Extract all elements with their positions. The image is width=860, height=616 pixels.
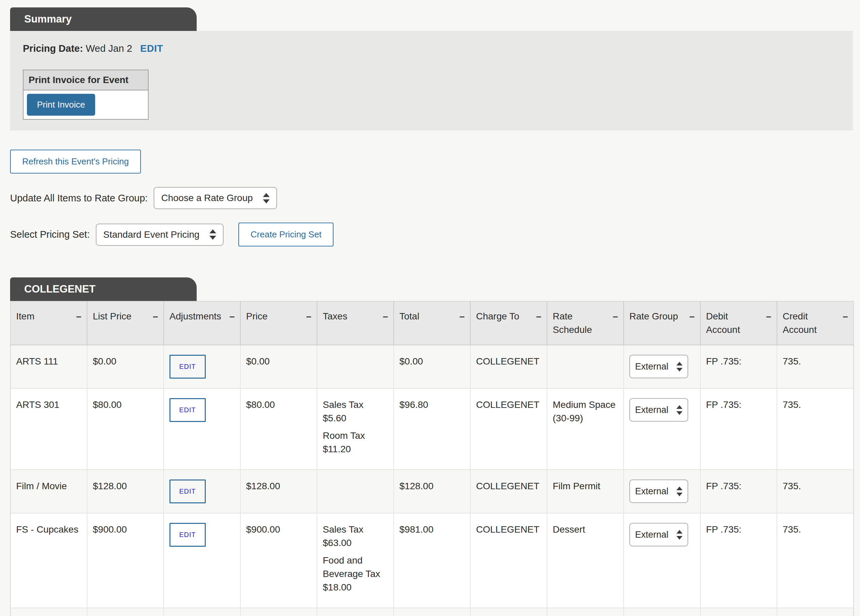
rate-group-row-select-value: External — [635, 528, 669, 541]
rate-schedule-cell: Medium Space (30-99) — [547, 388, 624, 470]
table-row: ARTS 301 $80.00 EDIT $80.00 Sales Tax $5… — [10, 388, 854, 470]
table-row: FS - Cupcakes $900.00 EDIT $900.00 Sales… — [10, 513, 854, 608]
taxes-cell: Sales Tax $63.00 Food and Beverage Tax $… — [317, 513, 394, 608]
credit-account-cell: 735. — [777, 345, 854, 388]
rate-group-cell: External — [624, 388, 700, 470]
item-cell: ARTS 111 — [10, 345, 87, 388]
rate-group-row-select[interactable]: External — [629, 398, 688, 422]
rate-group-select[interactable]: Choose a Rate Group — [154, 187, 277, 209]
pricing-date-label: Pricing Date: — [23, 43, 83, 54]
edit-adjustments-button[interactable]: EDIT — [169, 523, 206, 547]
pricing-table-header-row: Item– List Price– Adjustments– Price– Ta… — [10, 301, 854, 345]
pricing-set-label: Select Pricing Set: — [10, 229, 90, 240]
taxes-cell — [317, 345, 394, 388]
collapse-column-icon[interactable]: – — [843, 310, 848, 323]
credit-account-cell: 735. — [777, 513, 854, 608]
rate-group-cell: External — [624, 345, 700, 388]
rate-group-row-select-value: External — [635, 403, 669, 416]
collapse-column-icon[interactable]: – — [76, 310, 82, 323]
taxes-cell: Sales Tax $63.00 Food and Beverage Tax $… — [317, 608, 394, 616]
item-cell: FS - Soda — [10, 608, 87, 616]
total-cell: $128.00 — [394, 470, 470, 513]
pricing-controls: Refresh this Event's Pricing Update All … — [10, 149, 860, 247]
collapse-column-icon[interactable]: – — [383, 310, 388, 323]
collapse-column-icon[interactable]: – — [689, 310, 695, 323]
total-cell: $981.00 — [394, 608, 470, 616]
price-cell: $900.00 — [240, 608, 317, 616]
list-price-cell: $900.00 — [87, 513, 164, 608]
select-arrows-icon — [676, 487, 683, 496]
column-header-adjustments: Adjustments– — [164, 301, 240, 345]
pricing-set-row: Select Pricing Set: Standard Event Prici… — [10, 223, 860, 247]
tax-entry: Sales Tax $5.60 — [323, 398, 388, 425]
debit-account-cell: FP .735: — [700, 388, 777, 470]
tax-entry: Sales Tax $63.00 — [323, 523, 388, 550]
column-header-debit-account: Debit Account– — [700, 301, 777, 345]
pricing-page: Summary Pricing Date: Wed Jan 2 EDIT Pri… — [0, 0, 860, 616]
select-arrows-icon — [676, 405, 683, 415]
rate-group-select-value: Choose a Rate Group — [161, 193, 253, 203]
taxes-cell — [317, 470, 394, 513]
collapse-column-icon[interactable]: – — [766, 310, 771, 323]
rate-group-row-select-value: External — [635, 360, 669, 373]
adjustments-cell: EDIT — [164, 388, 240, 470]
print-invoice-box-header: Print Invoice for Event — [24, 70, 148, 90]
tax-entry: Room Tax $11.20 — [323, 429, 388, 456]
print-invoice-button[interactable]: Print Invoice — [27, 94, 95, 116]
collapse-column-icon[interactable]: – — [229, 310, 235, 323]
adjustments-cell: EDIT — [164, 345, 240, 388]
price-cell: $128.00 — [240, 470, 317, 513]
collapse-column-icon[interactable]: – — [536, 310, 541, 323]
collapse-column-icon[interactable]: – — [612, 310, 618, 323]
pricing-set-select[interactable]: Standard Event Pricing — [96, 223, 224, 246]
rate-group-row-select-value: External — [635, 484, 669, 498]
taxes-cell: Sales Tax $5.60 Room Tax $11.20 — [317, 388, 394, 470]
rate-schedule-cell: Beverages — [547, 608, 624, 616]
item-cell: Film / Movie — [10, 470, 87, 513]
column-header-rate-schedule: Rate Schedule– — [547, 301, 624, 345]
refresh-pricing-button[interactable]: Refresh this Event's Pricing — [10, 149, 141, 173]
credit-account-cell: 735. — [777, 388, 854, 470]
total-cell: $981.00 — [394, 513, 470, 608]
rate-group-row-select[interactable]: External — [629, 355, 688, 378]
debit-account-cell: FP .735: — [700, 345, 777, 388]
edit-adjustments-button[interactable]: EDIT — [169, 479, 206, 503]
pricing-date-edit-link[interactable]: EDIT — [140, 43, 163, 54]
column-header-item: Item– — [10, 301, 87, 345]
list-price-cell: $80.00 — [87, 388, 164, 470]
collapse-column-icon[interactable]: – — [459, 310, 465, 323]
edit-adjustments-button[interactable]: EDIT — [169, 355, 206, 379]
select-arrows-icon — [263, 193, 270, 203]
adjustments-cell: EDIT — [164, 513, 240, 608]
column-header-total: Total– — [394, 301, 470, 345]
column-header-rate-group: Rate Group– — [624, 301, 700, 345]
edit-adjustments-button[interactable]: EDIT — [169, 398, 206, 422]
rate-schedule-cell: Film Permit — [547, 470, 624, 513]
pricing-date-line: Pricing Date: Wed Jan 2 EDIT — [23, 43, 840, 54]
credit-account-cell: 735. — [777, 470, 854, 513]
column-header-taxes: Taxes– — [317, 301, 394, 345]
table-row: FS - Soda $900.00 EDIT $900.00 Sales Tax… — [10, 608, 854, 616]
collapse-column-icon[interactable]: – — [153, 310, 158, 323]
select-arrows-icon — [676, 530, 683, 540]
price-cell: $80.00 — [240, 388, 317, 470]
collapse-column-icon[interactable]: – — [306, 310, 311, 323]
list-price-cell: $900.00 — [87, 608, 164, 616]
rate-group-cell: External — [624, 513, 700, 608]
print-invoice-box-body: Print Invoice — [24, 90, 148, 119]
rate-group-row-select[interactable]: External — [629, 479, 688, 503]
collegenet-tab: COLLEGENET — [10, 277, 197, 301]
create-pricing-set-button[interactable]: Create Pricing Set — [239, 223, 334, 247]
credit-account-cell: 735. — [777, 608, 854, 616]
update-rate-group-row: Update All Items to Rate Group: Choose a… — [10, 187, 860, 209]
rate-group-row-select[interactable]: External — [629, 523, 688, 547]
table-row: Film / Movie $128.00 EDIT $128.00 $128.0… — [10, 470, 854, 513]
item-cell: FS - Cupcakes — [10, 513, 87, 608]
update-rate-group-label: Update All Items to Rate Group: — [10, 193, 148, 204]
charge-to-cell: COLLEGENET — [470, 470, 547, 513]
charge-to-cell: COLLEGENET — [470, 608, 547, 616]
debit-account-cell: FP .735: — [700, 470, 777, 513]
pricing-date-value: Wed Jan 2 — [86, 43, 132, 54]
tax-entry: Food and Beverage Tax $18.00 — [323, 554, 388, 594]
select-arrows-icon — [209, 229, 216, 240]
